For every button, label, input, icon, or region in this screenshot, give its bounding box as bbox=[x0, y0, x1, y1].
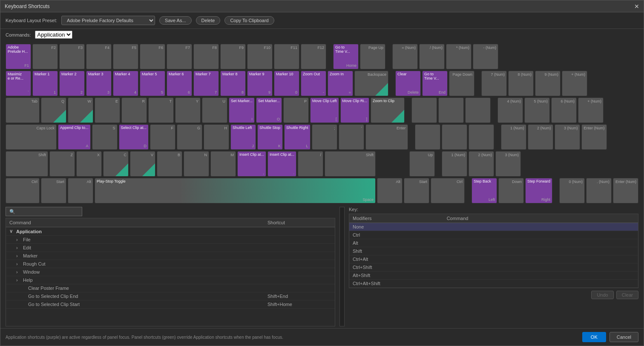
legend-row-ctrlalt[interactable]: Ctrl+Alt bbox=[349, 255, 638, 263]
command-row-window[interactable]: › Window bbox=[6, 268, 335, 276]
key-num6[interactable]: 6 (Num) bbox=[551, 97, 577, 123]
key-backslash[interactable]: Zoom to Clip \ bbox=[371, 97, 405, 123]
key-f12[interactable]: F12 bbox=[301, 44, 326, 69]
key-v[interactable]: V bbox=[130, 151, 155, 177]
key-f11[interactable]: F11 bbox=[274, 44, 299, 69]
command-row-edit[interactable]: › Edit bbox=[6, 244, 335, 252]
command-row-gotoend[interactable]: Go to Selected Clip End Shift+End bbox=[6, 292, 335, 300]
key-o[interactable]: Set Marker... O bbox=[256, 97, 282, 123]
key-5[interactable]: Marker 5 5 bbox=[140, 71, 165, 96]
key-ctrl-left[interactable]: Ctrl bbox=[6, 178, 40, 203]
legend-row-ctrl[interactable]: Ctrl bbox=[349, 231, 638, 239]
key-num2b[interactable]: 2 (Num) bbox=[469, 151, 494, 177]
key-y[interactable]: Y bbox=[175, 97, 201, 123]
key-num4[interactable]: 4 (Num) bbox=[497, 97, 523, 123]
key-quote[interactable]: ' bbox=[339, 124, 364, 150]
key-f6[interactable]: F6 bbox=[140, 44, 165, 69]
key-comma[interactable]: Insert Clip at... , bbox=[237, 151, 266, 177]
key-e[interactable]: E bbox=[95, 97, 120, 123]
key-f7[interactable]: F7 bbox=[167, 44, 192, 69]
key-4[interactable]: Marker 4 4 bbox=[113, 71, 138, 96]
key-start-right[interactable]: Start bbox=[404, 178, 429, 203]
key-f4[interactable]: F4 bbox=[86, 44, 112, 69]
key-num-enter2[interactable]: Enter (Num) bbox=[613, 178, 638, 203]
preset-select[interactable]: Adobe Prelude Factory Defaults bbox=[61, 16, 155, 25]
key-equals[interactable]: Zoom In = bbox=[328, 71, 353, 96]
key-alt-right[interactable]: Alt bbox=[377, 178, 402, 203]
key-num-plus[interactable]: + (Num) bbox=[562, 71, 587, 96]
key-8[interactable]: Marker 8 8 bbox=[220, 71, 246, 96]
key-num5[interactable]: 5 (Num) bbox=[524, 97, 550, 123]
key-num-div[interactable]: / (Num) bbox=[419, 44, 445, 69]
key-2[interactable]: Marker 2 2 bbox=[59, 71, 85, 96]
key-ins[interactable] bbox=[411, 97, 437, 123]
command-row-help[interactable]: › Help bbox=[6, 276, 335, 284]
save-as-button[interactable]: Save As... bbox=[159, 16, 192, 25]
legend-row-ctrlaltshift[interactable]: Ctrl+Alt+Shift bbox=[349, 280, 638, 288]
key-7[interactable]: Marker 7 7 bbox=[193, 71, 219, 96]
key-semicolon[interactable]: ; bbox=[312, 124, 337, 150]
key-f9[interactable]: F9 bbox=[220, 44, 246, 69]
key-delete[interactable]: Clear Delete bbox=[395, 71, 421, 96]
key-z[interactable]: Z bbox=[49, 151, 75, 177]
key-ins3[interactable] bbox=[465, 97, 491, 123]
key-m[interactable]: M bbox=[210, 151, 236, 177]
key-num2[interactable]: 2 (Num) bbox=[528, 124, 553, 150]
scrollbar[interactable] bbox=[339, 207, 345, 326]
command-row-file[interactable]: › File bbox=[6, 236, 335, 244]
key-f1[interactable]: AdobePrelude H... F1 bbox=[6, 44, 31, 69]
key-f8[interactable]: F8 bbox=[193, 44, 219, 69]
key-start-left[interactable]: Start bbox=[41, 178, 66, 203]
legend-row-alt[interactable]: Alt bbox=[349, 239, 638, 247]
key-s[interactable]: S bbox=[92, 124, 118, 150]
key-3[interactable]: Marker 3 3 bbox=[86, 71, 112, 96]
close-button[interactable]: ✕ bbox=[634, 3, 639, 10]
command-row-gotostart[interactable]: Go to Selected Clip Start Shift+Home bbox=[6, 300, 335, 309]
key-j[interactable]: Shuttle Left J bbox=[230, 124, 256, 150]
key-num7[interactable]: 7 (Num) bbox=[481, 71, 507, 96]
key-rbracket[interactable]: Move Clip Ri... ] bbox=[340, 97, 370, 123]
search-input[interactable] bbox=[6, 207, 82, 216]
key-nav3[interactable] bbox=[469, 124, 494, 150]
key-enter[interactable]: Enter bbox=[365, 124, 408, 150]
key-f[interactable]: F bbox=[150, 124, 175, 150]
legend-row-ctrlshift[interactable]: Ctrl+Shift bbox=[349, 263, 638, 272]
command-row-marker[interactable]: › Marker bbox=[6, 252, 335, 260]
key-1[interactable]: Marker 1 1 bbox=[32, 71, 58, 96]
key-i[interactable]: Set Marker... I bbox=[229, 97, 255, 123]
key-capslock[interactable]: Caps Lock bbox=[6, 124, 57, 150]
key-slash[interactable]: / bbox=[298, 151, 323, 177]
key-ctrl-right[interactable]: Ctrl bbox=[431, 178, 465, 203]
key-period[interactable]: Insert Clip at... . bbox=[267, 151, 296, 177]
key-down[interactable]: Down bbox=[498, 178, 524, 203]
key-alt-left[interactable]: Alt bbox=[68, 178, 93, 203]
key-num-minus[interactable]: - (Num) bbox=[473, 44, 498, 69]
key-d[interactable]: Select Clip at... D bbox=[119, 124, 149, 150]
key-num9[interactable]: 9 (Num) bbox=[535, 71, 561, 96]
key-t[interactable]: T bbox=[148, 97, 174, 123]
key-nav1[interactable] bbox=[415, 124, 440, 150]
key-w[interactable]: W bbox=[68, 97, 93, 123]
key-u[interactable]: U bbox=[202, 97, 227, 123]
key-num-dot[interactable]: . (Num) bbox=[586, 178, 612, 203]
key-q[interactable]: Q bbox=[41, 97, 66, 123]
key-tab[interactable]: Tab bbox=[6, 97, 40, 123]
key-0[interactable]: Marker 10 0 bbox=[274, 71, 299, 96]
cancel-button[interactable]: Cancel bbox=[610, 332, 638, 342]
key-num3[interactable]: 3 (Num) bbox=[555, 124, 580, 150]
ok-button[interactable]: OK bbox=[582, 332, 606, 342]
key-r[interactable]: R bbox=[121, 97, 147, 123]
key-num-enter[interactable]: Enter (Num) bbox=[581, 124, 607, 150]
key-f2[interactable]: F2 bbox=[32, 44, 58, 69]
key-n[interactable]: N bbox=[184, 151, 209, 177]
key-num0[interactable]: 0 (Num) bbox=[559, 178, 585, 203]
key-shift-right[interactable]: Shift bbox=[325, 151, 376, 177]
key-lbracket[interactable]: Move Clip Left [ bbox=[310, 97, 339, 123]
key-left[interactable]: Step Back Left bbox=[472, 178, 497, 203]
legend-row-shift[interactable]: Shift bbox=[349, 247, 638, 255]
key-pageup[interactable]: Page Up bbox=[360, 44, 385, 69]
key-home[interactable]: Go toTime V... Home bbox=[333, 44, 359, 69]
key-ins2[interactable] bbox=[438, 97, 464, 123]
legend-row-none[interactable]: None bbox=[349, 223, 638, 231]
legend-row-altshift[interactable]: Alt+Shift bbox=[349, 272, 638, 280]
